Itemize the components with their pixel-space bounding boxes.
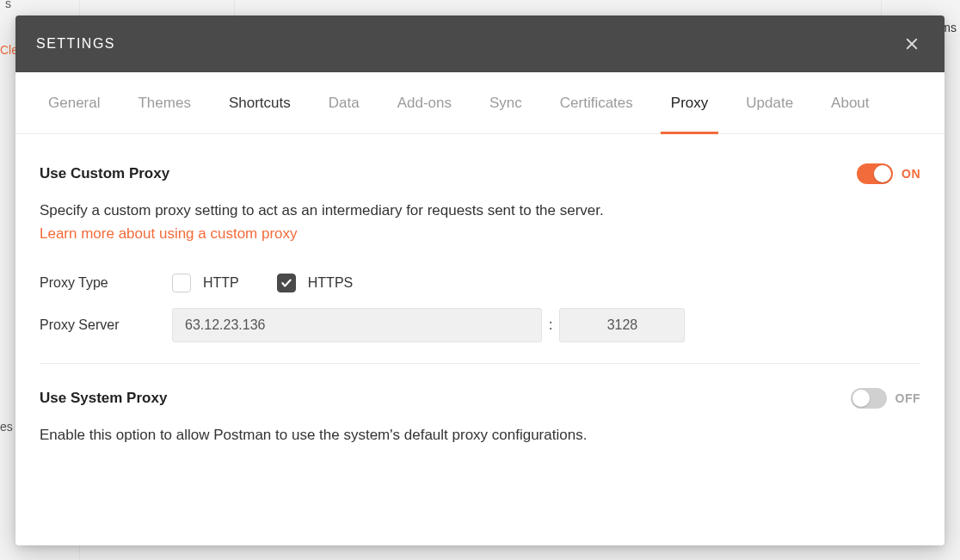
bg-frag xyxy=(0,249,3,263)
learn-more-link[interactable]: Learn more about using a custom proxy xyxy=(40,225,298,243)
proxy-host-input[interactable] xyxy=(172,308,542,342)
system-proxy-description: Enable this option to allow Postman to u… xyxy=(40,424,920,446)
custom-proxy-toggle-label: ON xyxy=(902,167,920,181)
tab-shortcuts[interactable]: Shortcuts xyxy=(210,72,310,133)
close-button[interactable] xyxy=(900,32,924,56)
settings-modal: SETTINGS GeneralThemesShortcutsDataAdd-o… xyxy=(15,15,945,545)
bg-frag: s xyxy=(5,0,11,10)
tab-certificates[interactable]: Certificates xyxy=(541,72,652,133)
custom-proxy-toggle[interactable] xyxy=(857,163,893,184)
tab-general[interactable]: General xyxy=(29,72,119,133)
proxy-port-input[interactable] xyxy=(559,308,685,342)
https-checkbox[interactable] xyxy=(277,274,296,292)
system-proxy-title: Use System Proxy xyxy=(40,390,167,407)
custom-proxy-title: Use Custom Proxy xyxy=(40,165,169,182)
system-proxy-toggle[interactable] xyxy=(851,388,887,409)
proxy-type-label: Proxy Type xyxy=(40,275,172,291)
check-icon xyxy=(280,277,292,289)
custom-proxy-description: Specify a custom proxy setting to act as… xyxy=(40,200,920,222)
tab-themes[interactable]: Themes xyxy=(119,72,209,133)
tab-data[interactable]: Data xyxy=(310,72,378,133)
tab-sync[interactable]: Sync xyxy=(471,72,541,133)
tab-update[interactable]: Update xyxy=(727,72,812,133)
host-port-separator: : xyxy=(542,317,559,333)
tab-add-ons[interactable]: Add-ons xyxy=(378,72,471,133)
http-checkbox[interactable] xyxy=(172,274,191,292)
https-checkbox-label: HTTPS xyxy=(308,275,353,291)
modal-header: SETTINGS xyxy=(15,15,945,72)
tab-proxy[interactable]: Proxy xyxy=(652,72,727,133)
modal-title: SETTINGS xyxy=(36,36,115,52)
tabs-bar: GeneralThemesShortcutsDataAdd-onsSyncCer… xyxy=(15,72,945,134)
tab-about[interactable]: About xyxy=(812,72,888,133)
system-proxy-toggle-label: OFF xyxy=(895,391,921,405)
http-checkbox-item[interactable]: HTTP xyxy=(172,274,239,292)
bg-frag: es xyxy=(0,420,13,434)
content-area: Use Custom Proxy ON Specify a custom pro… xyxy=(15,134,945,446)
https-checkbox-item[interactable]: HTTPS xyxy=(277,274,353,292)
proxy-server-label: Proxy Server xyxy=(40,317,172,333)
http-checkbox-label: HTTP xyxy=(203,275,239,291)
close-icon xyxy=(904,36,920,52)
section-divider xyxy=(40,363,920,364)
